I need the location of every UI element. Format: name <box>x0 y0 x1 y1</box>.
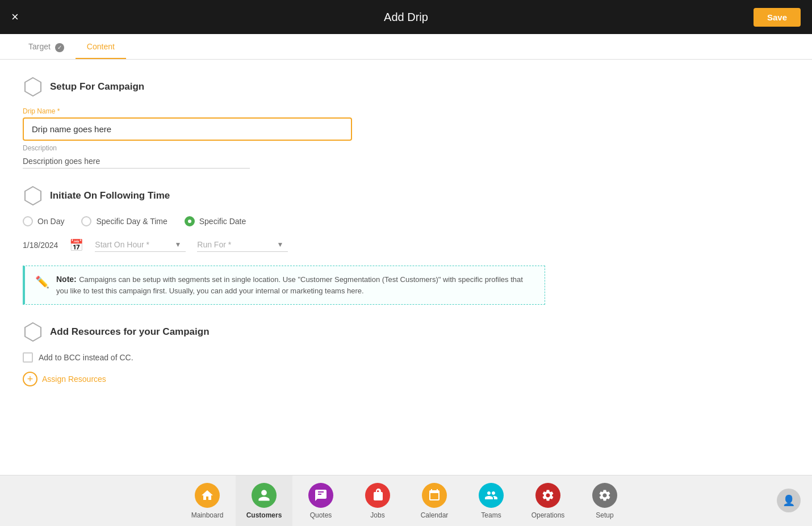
setup-hex-icon <box>23 77 43 97</box>
bottom-nav: Mainboard Customers Quotes Jobs Calendar… <box>0 475 812 526</box>
teams-icon <box>479 483 504 508</box>
assign-plus-icon: + <box>23 372 37 386</box>
svg-marker-2 <box>25 323 41 341</box>
drip-name-field: Drip Name * <box>23 107 789 141</box>
nav-item-customers[interactable]: Customers <box>236 475 292 527</box>
nav-item-operations[interactable]: Operations <box>520 475 576 527</box>
run-for-arrow-icon: ▼ <box>277 241 283 249</box>
note-content: Note: Campaigns can be setup with segmen… <box>56 274 534 296</box>
section-initiate-title: Initiate On Following Time <box>50 190 170 201</box>
radio-on-day[interactable]: On Day <box>23 216 64 226</box>
radio-group-time: On Day Specific Day & Time Specific Date <box>23 216 789 226</box>
mainboard-icon <box>195 483 220 508</box>
radio-on-day-circle <box>23 216 33 226</box>
nav-item-teams[interactable]: Teams <box>463 475 520 527</box>
top-bar: × Add Drip Save <box>0 0 812 34</box>
customers-icon <box>252 483 277 508</box>
bcc-checkbox-row[interactable]: Add to BCC instead of CC. <box>23 352 789 363</box>
run-for-label: Run For * <box>197 240 274 249</box>
description-field: Description <box>23 144 789 169</box>
operations-icon <box>535 483 560 508</box>
nav-item-jobs[interactable]: Jobs <box>349 475 406 527</box>
section-initiate-header: Initiate On Following Time <box>23 186 789 206</box>
user-avatar[interactable]: 👤 <box>777 489 801 512</box>
description-label: Description <box>23 144 789 152</box>
run-for-dropdown[interactable]: Run For * ▼ <box>197 238 288 252</box>
section-setup-header: Setup For Campaign <box>23 77 789 97</box>
calendar-icon[interactable]: 📅 <box>69 238 83 252</box>
jobs-icon <box>365 483 390 508</box>
quotes-icon <box>308 483 333 508</box>
calendar-nav-icon <box>422 483 447 508</box>
description-input[interactable] <box>23 154 250 169</box>
radio-specific-date[interactable]: Specific Date <box>185 216 246 226</box>
initiate-hex-icon <box>23 186 43 206</box>
nav-item-quotes[interactable]: Quotes <box>292 475 349 527</box>
date-value: 1/18/2024 <box>23 241 58 250</box>
tab-target-check: ✓ <box>55 43 64 52</box>
section-resources-header: Add Resources for your Campaign <box>23 322 789 342</box>
tab-content[interactable]: Content <box>76 34 126 59</box>
bcc-label: Add to BCC instead of CC. <box>39 353 133 362</box>
date-row: 1/18/2024 📅 Start On Hour * ▼ Run For * … <box>23 238 789 252</box>
note-icon: ✏️ <box>35 275 49 296</box>
main-content: Setup For Campaign Drip Name * Descripti… <box>0 60 812 475</box>
drip-name-input[interactable] <box>23 117 352 141</box>
tab-target[interactable]: Target ✓ <box>17 34 76 59</box>
svg-marker-0 <box>25 78 41 96</box>
assign-resources-button[interactable]: + Assign Resources <box>23 372 106 386</box>
radio-specific-day-time-circle <box>81 216 91 226</box>
save-button[interactable]: Save <box>754 8 801 27</box>
drip-name-label: Drip Name * <box>23 107 789 115</box>
setup-icon <box>592 483 617 508</box>
resources-hex-icon <box>23 322 43 342</box>
start-on-hour-label: Start On Hour * <box>95 240 172 249</box>
nav-item-mainboard[interactable]: Mainboard <box>179 475 236 527</box>
tabs-bar: Target ✓ Content <box>0 34 812 60</box>
section-setup-title: Setup For Campaign <box>50 81 144 92</box>
radio-specific-date-circle <box>185 216 195 226</box>
svg-marker-1 <box>25 187 41 205</box>
note-box: ✏️ Note: Campaigns can be setup with seg… <box>23 266 545 305</box>
start-on-hour-arrow-icon: ▼ <box>174 241 181 249</box>
nav-item-setup[interactable]: Setup <box>576 475 633 527</box>
nav-item-calendar[interactable]: Calendar <box>406 475 463 527</box>
bcc-checkbox[interactable] <box>23 352 33 363</box>
start-on-hour-dropdown[interactable]: Start On Hour * ▼ <box>95 238 186 252</box>
page-title: Add Drip <box>384 11 428 24</box>
section-resources-title: Add Resources for your Campaign <box>50 326 210 338</box>
close-button[interactable]: × <box>11 11 19 23</box>
radio-specific-day-time[interactable]: Specific Day & Time <box>81 216 167 226</box>
